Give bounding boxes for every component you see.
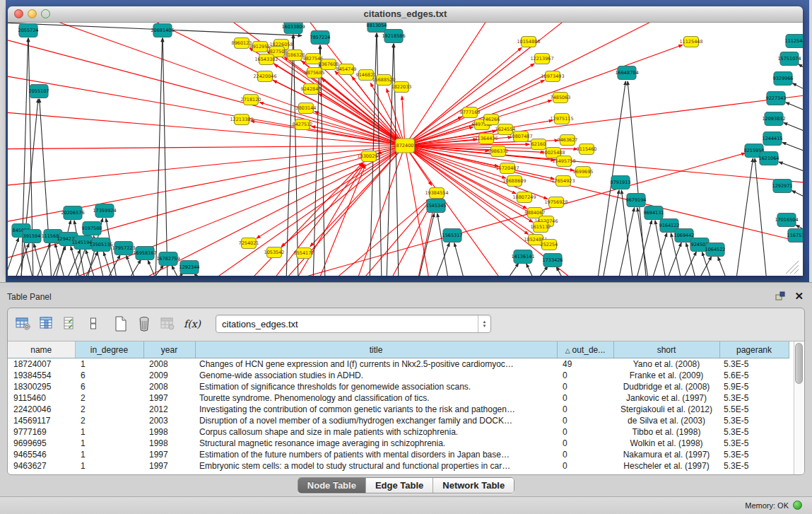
- graph-node[interactable]: 8813054: [367, 23, 387, 33]
- graph-node[interactable]: 9694131: [644, 206, 664, 220]
- graph-node[interactable]: 7986372: [488, 146, 509, 157]
- graph-node[interactable]: 9227343: [766, 92, 787, 105]
- graph-node[interactable]: 9699695: [573, 167, 594, 177]
- function-builder-icon[interactable]: f(x): [182, 318, 202, 329]
- graph-node[interactable]: 1615132: [531, 222, 551, 233]
- graph-node[interactable]: 18724007: [393, 139, 416, 153]
- close-panel-icon[interactable]: ✕: [794, 291, 804, 301]
- graph-node[interactable]: 15751074: [777, 52, 801, 66]
- table-row[interactable]: 2242004622012Investigating the contribut…: [8, 404, 789, 415]
- table-header-row[interactable]: namein_degreeyeartitle△out_de...shortpag…: [8, 341, 789, 358]
- graph-node[interactable]: 17957223: [112, 242, 135, 255]
- graph-node[interactable]: 9777169: [460, 107, 481, 118]
- graph-node[interactable]: 1292344: [180, 261, 200, 274]
- graph-node[interactable]: 9875685: [305, 68, 325, 78]
- svg-text:2055724: 2055724: [18, 28, 39, 33]
- graph-node[interactable]: 2803144: [296, 103, 317, 114]
- graph-node[interactable]: 9463627: [558, 135, 578, 146]
- graph-node[interactable]: 16033809: [281, 23, 305, 34]
- table-row[interactable]: 1938455462009Genome-wide association stu…: [8, 370, 789, 381]
- graph-node[interactable]: 20691406: [151, 24, 174, 37]
- graph-node[interactable]: 12093832: [762, 112, 785, 126]
- svg-text:17016504: 17016504: [775, 217, 798, 223]
- graph-node[interactable]: 7254021: [239, 238, 259, 249]
- graph-node[interactable]: 1053542: [264, 247, 285, 258]
- table-row[interactable]: 969969511998Structural magnetic resonanc…: [8, 438, 789, 449]
- window-titlebar[interactable]: citations_edges.txt: [8, 6, 803, 23]
- graph-node[interactable]: 9197588: [82, 222, 102, 235]
- graph-node[interactable]: 16648784: [615, 66, 638, 80]
- graph-node[interactable]: 746266: [483, 115, 500, 125]
- node-table[interactable]: namein_degreeyeartitle△out_de...shortpag…: [8, 341, 804, 474]
- graph-node[interactable]: 1112544: [785, 35, 803, 48]
- select-columns-icon[interactable]: [38, 315, 55, 333]
- graph-node[interactable]: 1621064: [759, 152, 779, 165]
- graph-node[interactable]: 62160: [531, 139, 546, 150]
- tab-edge-table[interactable]: Edge Table: [366, 478, 433, 493]
- graph-node[interactable]: 1733426: [543, 254, 563, 267]
- float-panel-icon[interactable]: [775, 291, 786, 301]
- dropdown-stepper-icon[interactable]: ▲▼: [478, 315, 490, 332]
- graph-node[interactable]: 8791913: [611, 176, 631, 189]
- table-row[interactable]: 1830029562008Estimation of significance …: [8, 381, 789, 392]
- graph-node[interactable]: 14136141: [511, 250, 534, 264]
- column-header-in_degree[interactable]: in_degree: [75, 341, 143, 358]
- tab-node-table[interactable]: Node Table: [298, 478, 366, 493]
- column-header-pagerank[interactable]: pagerank: [719, 341, 789, 358]
- graph-node[interactable]: 1822033: [392, 82, 412, 93]
- graph-node[interactable]: 9115460: [577, 144, 597, 155]
- graph-node[interactable]: 7485063: [551, 93, 571, 103]
- row-height-icon[interactable]: [85, 315, 102, 333]
- tab-network-table[interactable]: Network Table: [433, 478, 514, 493]
- column-header-short[interactable]: short: [613, 341, 719, 358]
- graph-node[interactable]: 1292971: [772, 180, 793, 193]
- citation-network-graph[interactable]: 2055724206914061603380978572248813054192…: [8, 23, 803, 276]
- graph-node[interactable]: 8427512: [293, 119, 313, 130]
- scrollbar-thumb[interactable]: [795, 343, 803, 384]
- graph-node[interactable]: 7857224: [310, 31, 331, 45]
- table-row[interactable]: 977716911998Corpus callosum shape and si…: [8, 426, 789, 438]
- graph-node[interactable]: 252254: [541, 240, 558, 250]
- table-row[interactable]: 1872400712008Changes of HCN gene express…: [8, 358, 789, 370]
- column-visibility-icon[interactable]: ✓ ✓: [61, 315, 78, 333]
- graph-node[interactable]: 17016504: [775, 214, 798, 227]
- graph-node[interactable]: 20206576: [61, 206, 84, 220]
- graph-node[interactable]: 1565317: [442, 229, 463, 243]
- table-row[interactable]: 1456911722003Disruption of a novel membe…: [8, 415, 789, 426]
- network-canvas[interactable]: 2055724206914061603380978572248813054192…: [8, 23, 803, 276]
- table-settings-icon[interactable]: [15, 315, 32, 333]
- graph-node[interactable]: 9329966: [773, 72, 794, 86]
- column-header-year[interactable]: year: [143, 341, 195, 358]
- graph-node[interactable]: 8186328: [285, 50, 305, 61]
- table-row[interactable]: 946362711997Embryonic stem cells: a mode…: [8, 460, 789, 472]
- table-row[interactable]: 911546021997Tourette syndrome. Phenomeno…: [8, 392, 789, 404]
- new-table-icon[interactable]: [112, 315, 129, 333]
- table-row[interactable]: 946554611997Estimation of the future num…: [8, 449, 789, 460]
- graph-node[interactable]: 9679194: [626, 194, 647, 207]
- graph-node[interactable]: 13505135: [89, 238, 112, 252]
- graph-node[interactable]: 2055724: [18, 24, 39, 37]
- graph-node[interactable]: 8454749: [336, 64, 357, 75]
- graph-node[interactable]: 19218586: [382, 30, 405, 43]
- graph-node[interactable]: 8960123: [232, 38, 252, 49]
- graph-node[interactable]: 2055107: [29, 85, 49, 98]
- graph-node[interactable]: 8554172: [294, 248, 314, 259]
- graph-node[interactable]: 1167533: [787, 229, 803, 243]
- graph-node[interactable]: 1545345: [426, 199, 447, 213]
- graph-node[interactable]: 391594: [23, 230, 41, 243]
- vertical-scrollbar[interactable]: [794, 341, 804, 474]
- column-header-title[interactable]: title: [195, 341, 557, 358]
- graph-node[interactable]: 1064522: [705, 243, 726, 257]
- graph-node[interactable]: 16958167: [133, 247, 156, 260]
- svg-text:7857224: 7857224: [310, 35, 331, 40]
- column-header-name[interactable]: name: [8, 341, 75, 358]
- table-selector-dropdown[interactable]: citations_edges.txt ▲▼: [216, 315, 491, 333]
- graph-node[interactable]: 9242848: [301, 84, 322, 95]
- delete-table-icon[interactable]: [136, 315, 153, 333]
- column-header-out_degree[interactable]: △out_de...: [557, 341, 613, 358]
- graph-node[interactable]: 17359924: [93, 204, 116, 218]
- graph-node[interactable]: 2718120: [241, 95, 261, 105]
- graph-node[interactable]: 16782759: [156, 252, 180, 266]
- graph-node[interactable]: 1244415: [763, 132, 783, 146]
- panel-divider[interactable]: ▲: [0, 282, 812, 288]
